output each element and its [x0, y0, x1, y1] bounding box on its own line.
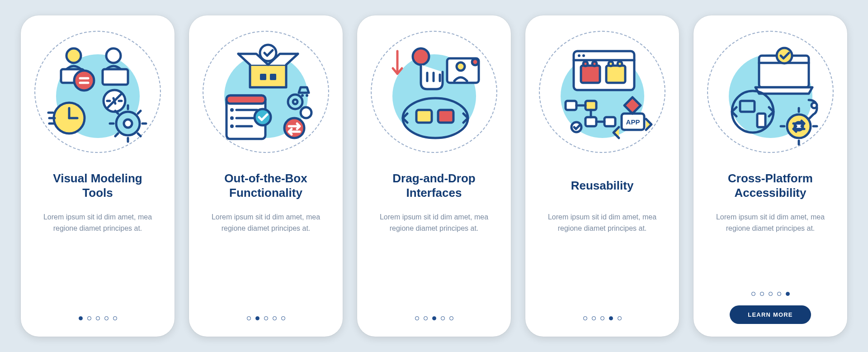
svg-point-32 — [413, 48, 429, 65]
svg-point-23 — [230, 116, 234, 120]
svg-rect-3 — [103, 69, 128, 85]
cross-platform-icon — [707, 31, 834, 153]
dot-2[interactable] — [255, 316, 259, 320]
card-body: Lorem ipsum sit id dim amet, mea regione… — [202, 212, 330, 234]
dot-1[interactable] — [79, 316, 83, 320]
svg-rect-51 — [585, 117, 596, 126]
card-body: Lorem ipsum sit id dim amet, mea regione… — [706, 212, 835, 234]
dot-1[interactable] — [751, 292, 755, 296]
onboarding-card-5: Cross-Platform Accessibility Lorem ipsum… — [693, 15, 847, 337]
svg-rect-50 — [585, 101, 596, 110]
svg-rect-65 — [757, 114, 765, 127]
svg-point-25 — [255, 109, 271, 125]
svg-rect-16 — [270, 74, 276, 80]
svg-point-30 — [306, 94, 308, 97]
svg-point-47 — [609, 62, 613, 66]
dot-3[interactable] — [264, 316, 268, 320]
svg-point-4 — [74, 71, 94, 90]
dot-2[interactable] — [87, 316, 91, 320]
svg-point-24 — [230, 124, 234, 128]
out-of-box-icon — [203, 31, 329, 153]
svg-point-36 — [403, 98, 468, 138]
dot-3[interactable] — [600, 316, 604, 320]
svg-point-35 — [472, 59, 478, 65]
dot-5[interactable] — [113, 316, 117, 320]
dot-2[interactable] — [592, 316, 596, 320]
card-title: Out-of-the-Box Functionality — [204, 170, 327, 201]
svg-point-13 — [124, 119, 132, 128]
svg-point-41 — [578, 54, 580, 57]
dot-1[interactable] — [247, 316, 251, 320]
svg-point-22 — [230, 108, 234, 112]
dot-4[interactable] — [777, 292, 781, 296]
svg-point-46 — [592, 62, 597, 66]
svg-point-0 — [66, 48, 81, 63]
dot-3[interactable] — [96, 316, 100, 320]
reusability-icon: APP — [539, 31, 665, 153]
dot-3[interactable] — [769, 292, 773, 296]
card-body: Lorem ipsum sit id dim amet, mea regione… — [33, 212, 162, 234]
card-body: Lorem ipsum sit id dim amet, mea regione… — [538, 212, 666, 234]
svg-text:APP: APP — [626, 118, 640, 126]
svg-rect-64 — [740, 101, 755, 112]
dot-1[interactable] — [415, 316, 419, 320]
dot-5[interactable] — [786, 292, 790, 296]
pagination-dots — [79, 316, 117, 320]
svg-point-2 — [106, 48, 121, 63]
svg-point-28 — [301, 107, 311, 118]
dot-4[interactable] — [609, 316, 613, 320]
svg-point-31 — [284, 118, 304, 138]
card-body: Lorem ipsum sit id dim amet, mea regione… — [370, 212, 498, 234]
learn-more-button[interactable]: LEARN MORE — [730, 305, 811, 324]
drag-drop-icon — [371, 31, 497, 153]
dot-5[interactable] — [281, 316, 285, 320]
pagination-dots — [583, 316, 622, 320]
svg-point-61 — [777, 48, 792, 63]
onboarding-card-4: APP Reusability Lorem ipsum sit id dim a… — [525, 15, 679, 337]
card-title: Cross-Platform Accessibility — [709, 170, 832, 201]
card-title: Drag-and-Drop Interfaces — [373, 170, 495, 201]
pagination-dots — [415, 316, 453, 320]
dot-3[interactable] — [432, 316, 436, 320]
svg-rect-52 — [604, 117, 615, 126]
svg-rect-44 — [606, 66, 625, 83]
svg-point-29 — [301, 94, 304, 97]
pagination-dots — [751, 292, 790, 296]
dot-5[interactable] — [449, 316, 453, 320]
svg-rect-43 — [581, 66, 600, 83]
dot-4[interactable] — [104, 316, 108, 320]
svg-rect-18 — [226, 95, 265, 104]
dot-2[interactable] — [424, 316, 428, 320]
svg-point-42 — [582, 54, 585, 57]
svg-rect-15 — [260, 74, 266, 80]
card-title: Visual Modeling Tools — [36, 170, 159, 201]
svg-rect-38 — [438, 110, 453, 123]
visual-modeling-icon — [34, 31, 161, 153]
svg-rect-37 — [416, 110, 432, 123]
svg-point-14 — [260, 45, 276, 61]
dot-2[interactable] — [760, 292, 764, 296]
dot-4[interactable] — [441, 316, 445, 320]
onboarding-card-2: Out-of-the-Box Functionality Lorem ipsum… — [189, 15, 343, 337]
pagination-dots — [247, 316, 285, 320]
svg-point-26 — [288, 95, 302, 109]
svg-point-62 — [811, 103, 817, 108]
dot-1[interactable] — [583, 316, 587, 320]
dot-5[interactable] — [618, 316, 622, 320]
onboarding-cards-row: Visual Modeling Tools Lorem ipsum sit id… — [21, 15, 847, 337]
onboarding-card-3: Drag-and-Drop Interfaces Lorem ipsum sit… — [357, 15, 511, 337]
svg-point-34 — [457, 62, 465, 71]
card-title: Reusability — [571, 170, 634, 201]
onboarding-card-1: Visual Modeling Tools Lorem ipsum sit id… — [21, 15, 175, 337]
svg-point-45 — [583, 62, 588, 66]
svg-rect-49 — [566, 101, 576, 110]
svg-point-48 — [618, 62, 622, 66]
dot-4[interactable] — [273, 316, 277, 320]
